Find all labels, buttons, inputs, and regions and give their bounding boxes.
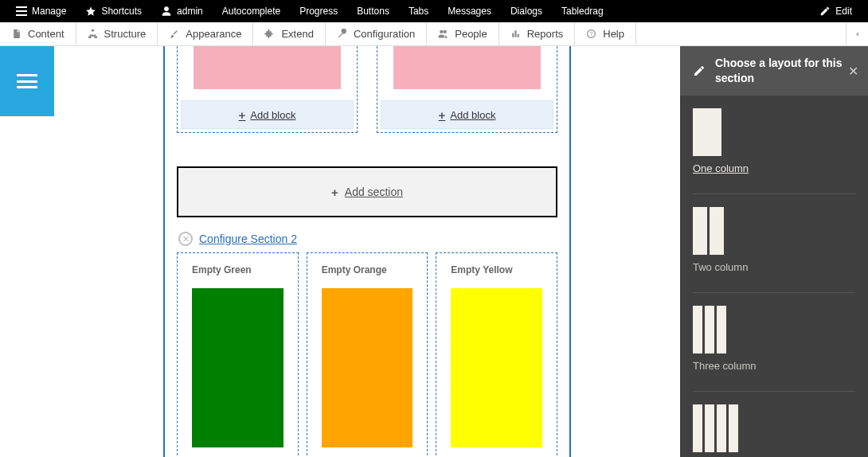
file-icon [11, 29, 22, 39]
primary-toolbar: Manage Shortcuts admin Autocomplete Prog… [0, 0, 868, 22]
shortcuts-menu[interactable]: Shortcuts [76, 0, 151, 22]
hamburger-icon [16, 6, 27, 16]
nav-buttons[interactable]: Buttons [347, 0, 399, 22]
nav-messages[interactable]: Messages [438, 0, 501, 22]
nav-tabs[interactable]: Tabs [399, 0, 438, 22]
pencil-icon [819, 6, 831, 17]
user-icon [161, 6, 172, 17]
svg-rect-2 [94, 37, 96, 38]
people-item[interactable]: People [427, 22, 499, 46]
puzzle-icon [264, 29, 275, 39]
content-item[interactable]: Content [0, 22, 76, 46]
star-icon [85, 6, 96, 17]
nav-dialogs[interactable]: Dialogs [501, 0, 552, 22]
reports-item[interactable]: Reports [499, 22, 576, 46]
structure-item[interactable]: Structure [76, 22, 158, 46]
nav-autocomplete[interactable]: Autocomplete [213, 0, 290, 22]
extend-item[interactable]: Extend [253, 22, 325, 46]
nav-tabledrag[interactable]: Tabledrag [552, 0, 613, 22]
admin-menu: Content Structure Appearance Extend Conf… [0, 22, 868, 46]
svg-rect-1 [88, 37, 91, 38]
help-item[interactable]: ? Help [575, 22, 636, 46]
manage-menu[interactable]: Manage [6, 0, 76, 22]
svg-rect-0 [91, 29, 93, 31]
appearance-item[interactable]: Appearance [158, 22, 253, 46]
manage-label: Manage [32, 6, 66, 17]
user-label: admin [177, 6, 203, 17]
user-menu[interactable]: admin [151, 0, 213, 22]
nav-progress[interactable]: Progress [290, 0, 347, 22]
edit-label: Edit [835, 6, 852, 17]
tree-icon [88, 29, 98, 39]
help-icon: ? [586, 29, 596, 39]
svg-text:?: ? [590, 31, 593, 37]
shortcuts-label: Shortcuts [101, 6, 142, 17]
arrow-left-icon [853, 29, 862, 39]
wrench-icon [337, 29, 347, 39]
edit-toggle[interactable]: Edit [810, 0, 862, 22]
configuration-item[interactable]: Configuration [326, 22, 427, 46]
chart-icon [510, 29, 521, 39]
paint-icon [169, 29, 179, 39]
toolbar-orientation-toggle[interactable] [846, 22, 868, 46]
people-icon [438, 29, 448, 39]
